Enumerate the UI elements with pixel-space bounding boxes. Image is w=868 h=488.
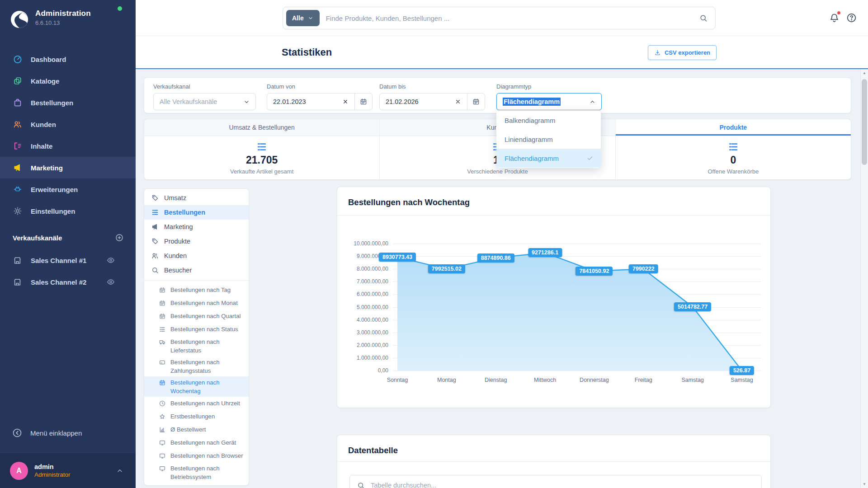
sidebar-item-sales-channel-1[interactable]: Sales Channel #1 [0,249,136,271]
list-icon [151,208,159,216]
clear-icon[interactable] [342,99,349,105]
eye-icon[interactable] [106,277,115,286]
users-icon [13,119,23,129]
calendar-icon [159,313,166,320]
dropdown-option-fl-chendiagramm[interactable]: Flächendiagramm [496,149,601,168]
dropdown-option-balkendiagramm[interactable]: Balkendiagramm [496,111,601,130]
eye-icon[interactable] [106,256,115,265]
subnav-item-kunden[interactable]: Kunden [144,249,249,263]
credit-card-icon [159,359,166,366]
statistics-subnav: UmsatzBestellungenMarketingProdukteKunde… [144,188,249,486]
collapse-menu-button[interactable]: Menü einklappen [0,422,136,444]
sidebar-item-marketing[interactable]: Marketing [0,157,136,178]
search-icon [151,266,159,274]
list-icon [159,326,166,333]
subnav-item-label: Bestellungen nach Uhrzeit [170,399,246,408]
data-point-label: 526.87 [730,366,754,375]
user-menu[interactable]: A admin Administrator [0,453,136,488]
subnav-item-bestellungen-nach-status[interactable]: Bestellungen nach Status [144,323,249,336]
tab-umsatz-bestellungen[interactable]: Umsatz & Bestellungen [144,119,380,136]
app-title: Administration [35,9,91,18]
subnav-item-label: Bestellungen nach Browser [170,451,246,460]
bell-icon[interactable] [829,12,840,23]
sales-channels-header: Verkaufskanäle [0,233,136,242]
date-to-calendar-button[interactable] [467,94,485,110]
sidebar-item-label: Einstellungen [31,207,75,215]
subnav-item-bestellungen-nach-betriebssystem[interactable]: Bestellungen nach Betriebssystem [144,462,249,483]
scroll-down-arrow[interactable]: ▼ [861,480,868,488]
subnav-item-label: Ø Bestellwert [170,425,246,434]
search-scope-label: Alle [292,14,304,22]
csv-export-button[interactable]: CSV exportieren [648,45,717,60]
date-from-input[interactable] [273,98,323,105]
dashboard-icon [13,54,23,64]
subnav-item-label: Bestellungen nach Betriebssystem [170,464,246,481]
page-scrollbar[interactable]: ▲ ▼ [860,69,868,488]
plus-circle-icon[interactable] [115,233,124,242]
gear-icon [13,206,23,216]
subnav-item-bestellungen-nach-lieferstatus[interactable]: Bestellungen nach Lieferstatus [144,336,249,356]
subnav-item-bestellungen-nach-tag[interactable]: Bestellungen nach Tag [144,283,249,296]
tab-produkte[interactable]: Produkte [616,119,851,136]
avatar: A [10,462,28,480]
online-status-dot [118,6,122,11]
shopware-admin-app: Administration 6.6.10.13 DashboardKatalo… [0,0,868,488]
sidebar-item-label: Bestellungen [31,99,73,107]
clear-icon[interactable] [455,99,461,105]
help-icon[interactable] [846,12,857,23]
chart-type-combobox[interactable]: Flächendiagramm [496,93,602,110]
calendar-icon [159,286,166,294]
subnav-item-label: Erstbestellungen [170,412,246,421]
date-to-input[interactable] [386,98,435,105]
global-search-input[interactable] [326,14,699,22]
subnav-item-bestellungen-nach-zahlungsstatus[interactable]: Bestellungen nach Zahlungsstatus [144,356,249,376]
subnav-item-erstbestellungen[interactable]: Erstbestellungen [144,410,249,423]
dropdown-option-liniendiagramm[interactable]: Liniendiagramm [496,130,601,149]
search-icon[interactable] [699,14,708,23]
tag-icon [151,237,159,245]
sidebar-item-sales-channel-2[interactable]: Sales Channel #2 [0,271,136,293]
global-search: Alle [283,7,716,29]
subnav-item-umsatz[interactable]: Umsatz [144,191,249,205]
subnav-item-bestellungen-nach-quartal[interactable]: Bestellungen nach Quartal [144,310,249,323]
smartbar: Statistiken CSV exportieren [136,36,868,69]
calendar-icon [159,379,166,386]
sidebar-item-bestellungen[interactable]: Bestellungen [0,92,136,113]
megaphone-icon [151,223,159,231]
subnav-item-bestellungen-nach-uhrzeit[interactable]: Bestellungen nach Uhrzeit [144,397,249,410]
sidebar-item-inhalte[interactable]: Inhalte [0,135,136,157]
collapse-menu-label: Menü einklappen [30,429,82,437]
subnav-item-besucher[interactable]: Besucher [144,263,249,277]
table-search-input[interactable] [371,482,761,488]
sidebar-item-dashboard[interactable]: Dashboard [0,48,136,70]
sidebar-item-kataloge[interactable]: Kataloge [0,70,136,92]
subnav-item-bestellungen-nach-wochentag[interactable]: Bestellungen nach Wochentag [144,376,249,397]
subnav-item-label: Kunden [164,252,187,259]
subnav-item-label: Bestellungen nach Tag [170,286,246,294]
data-point-label: 9271286.1 [528,248,562,257]
sales-channel-filter-label: Verkaufskanal [153,83,256,90]
subnav-item-marketing[interactable]: Marketing [144,220,249,234]
sidebar-item-einstellungen[interactable]: Einstellungen [0,200,136,222]
sidebar-item-kunden[interactable]: Kunden [0,113,136,135]
date-from-calendar-button[interactable] [354,94,372,110]
subnav-item-produkte[interactable]: Produkte [144,234,249,249]
sales-channel-select[interactable]: Alle Verkaufskanäle [153,93,256,110]
scroll-up-arrow[interactable]: ▲ [861,69,868,77]
clock-icon [159,400,166,407]
users-icon [151,252,159,260]
stat-value: 0 [730,155,736,166]
subnav-item-bestellungen-nach-monat[interactable]: Bestellungen nach Monat [144,296,249,310]
dropdown-option-label: Flächendiagramm [505,155,559,162]
subnav-item-bestellwert[interactable]: Ø Bestellwert [144,423,249,436]
subnav-item-bestellungen-nach-browser[interactable]: Bestellungen nach Browser [144,449,249,462]
content-icon [13,141,23,151]
sidebar-item-erweiterungen[interactable]: Erweiterungen [0,178,136,200]
scrollbar-thumb[interactable] [862,79,867,165]
subnav-item-bestellungen-nach-ger-t[interactable]: Bestellungen nach Gerät [144,436,249,449]
stat-value: 21.705 [246,155,278,166]
subnav-item-label: Umsatz [164,194,186,202]
subnav-item-bestellungen[interactable]: Bestellungen [144,205,249,220]
download-icon [654,49,661,56]
search-scope-dropdown[interactable]: Alle [286,10,320,26]
